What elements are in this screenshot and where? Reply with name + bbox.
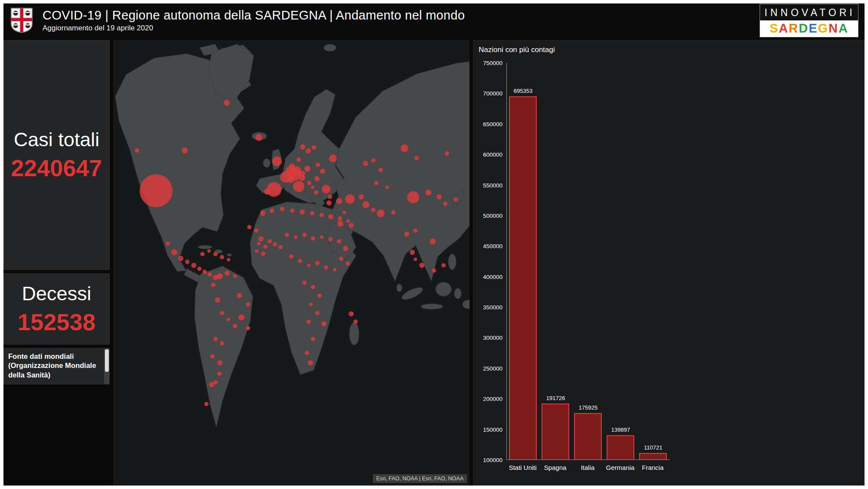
case-bubble[interactable] [185,260,189,264]
case-bubble[interactable] [338,217,342,221]
case-bubble[interactable] [314,176,320,181]
case-bubble[interactable] [217,371,222,376]
case-bubble[interactable] [391,210,395,215]
case-bubble[interactable] [220,255,224,259]
case-bubble[interactable] [311,285,315,289]
case-bubble[interactable] [238,314,245,320]
case-bubble[interactable] [328,214,333,220]
source-scrollbar[interactable] [104,348,109,384]
case-bubble[interactable] [315,311,320,315]
case-bubble[interactable] [328,195,332,199]
case-bubble[interactable] [302,280,307,285]
case-bubble[interactable] [425,190,431,196]
case-bubble[interactable] [443,202,447,206]
case-bubble[interactable] [200,252,205,256]
case-bubble[interactable] [430,239,436,245]
case-bubble[interactable] [346,220,350,223]
case-bubble[interactable] [432,268,436,272]
case-bubble[interactable] [290,209,294,213]
case-bubble[interactable] [306,148,311,154]
case-bubble[interactable] [307,181,311,185]
case-bubble[interactable] [289,255,294,259]
case-bubble[interactable] [410,250,415,255]
case-bubble[interactable] [140,174,173,207]
case-bubble[interactable] [349,311,354,316]
case-bubble[interactable] [209,382,214,387]
case-bubble[interactable] [246,302,250,306]
case-bubble[interactable] [268,240,272,244]
case-bubble[interactable] [300,171,305,176]
case-bubble[interactable] [197,266,202,271]
case-bubble[interactable] [349,223,354,228]
case-bubble[interactable] [280,207,284,211]
case-bubble[interactable] [307,263,310,267]
case-bubble[interactable] [339,257,343,261]
case-bubble[interactable] [414,258,417,261]
case-bubble[interactable] [371,158,375,163]
case-bubble[interactable] [257,242,261,246]
case-bubble[interactable] [300,210,305,215]
case-bubble[interactable] [362,201,369,208]
bar-stati-uniti[interactable] [509,96,537,459]
case-bubble[interactable] [220,311,224,315]
case-bubble[interactable] [224,100,230,106]
case-bubble[interactable] [191,263,196,268]
case-bubble[interactable] [343,246,348,251]
case-bubble[interactable] [401,144,408,152]
case-bubble[interactable] [202,269,207,274]
case-bubble[interactable] [317,293,322,298]
case-bubble[interactable] [294,236,297,239]
case-bubble[interactable] [324,265,328,269]
case-bubble[interactable] [254,229,258,233]
case-bubble[interactable] [320,213,324,217]
case-bubble[interactable] [285,233,289,237]
case-bubble[interactable] [445,151,449,156]
data-source-panel[interactable]: Fonte dati mondiali (Organizzazione Mond… [3,348,110,384]
case-bubble[interactable] [233,324,237,328]
world-map[interactable]: Esri, FAO, NOAA | Esri, FAO, NOAA [113,40,470,486]
case-bubble[interactable] [213,337,218,341]
case-bubble[interactable] [359,194,364,200]
source-scrollbar-thumb[interactable] [105,349,109,372]
case-bubble[interactable] [213,252,218,256]
case-bubble[interactable] [321,321,326,326]
case-bubble[interactable] [264,189,270,195]
case-bubble[interactable] [270,209,274,213]
case-bubble[interactable] [328,237,333,242]
case-bubble[interactable] [261,252,265,256]
case-bubble[interactable] [293,181,304,192]
case-bubble[interactable] [374,181,379,185]
case-bubble[interactable] [263,245,268,249]
case-bubble[interactable] [333,268,336,271]
case-bubble[interactable] [207,249,211,253]
case-bubble[interactable] [233,274,237,278]
case-bubble[interactable] [204,402,209,406]
case-bubble[interactable] [385,186,389,189]
case-bubble[interactable] [337,240,341,244]
case-bubble[interactable] [413,229,418,233]
case-bubble[interactable] [316,163,320,167]
case-bubble[interactable] [255,134,262,141]
case-bubble[interactable] [272,157,282,166]
case-bubble[interactable] [407,191,419,203]
case-bubble[interactable] [337,221,343,227]
case-bubble[interactable] [343,211,346,214]
case-bubble[interactable] [346,262,350,266]
case-bubble[interactable] [329,154,337,162]
case-bubble[interactable] [273,243,277,247]
case-bubble[interactable] [441,263,446,267]
case-bubble[interactable] [208,272,212,276]
case-bubble[interactable] [227,258,230,262]
case-bubble[interactable] [217,360,222,365]
case-bubble[interactable] [247,225,251,230]
case-bubble[interactable] [314,190,318,195]
case-bubble[interactable] [404,232,409,237]
case-bubble[interactable] [311,337,315,341]
case-bubble[interactable] [326,200,332,206]
case-bubble[interactable] [320,236,323,239]
case-bubble[interactable] [182,148,188,154]
case-bubble[interactable] [353,319,358,324]
case-bubble[interactable] [308,360,313,365]
case-bubble[interactable] [437,194,442,200]
case-bubble[interactable] [246,326,250,330]
